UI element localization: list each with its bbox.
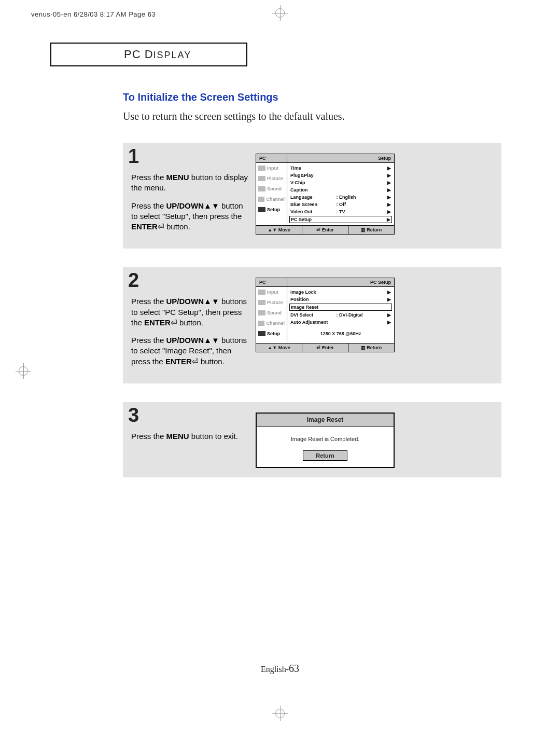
step-2: 2 Press the UP/DOWN▲▼ buttons to select …	[123, 267, 501, 383]
osd-row[interactable]: Plug&Play▶	[289, 172, 392, 179]
sound-icon	[258, 310, 265, 315]
arrow-icon: ▶	[387, 312, 391, 318]
arrow-icon: ▶	[387, 209, 391, 214]
channel-icon	[258, 321, 264, 326]
hint-move: ▲▼ Move	[256, 343, 302, 352]
sidebar-item: Channel	[256, 318, 287, 328]
osd-header-left: PC	[256, 154, 287, 162]
osd-row[interactable]: Image Lock▶	[289, 288, 392, 296]
section-title-main: PC D	[124, 48, 153, 61]
picture-icon	[258, 176, 265, 181]
intro-text: Use to return the screen settings to the…	[123, 111, 501, 122]
arrow-icon: ▶	[387, 195, 391, 200]
enter-icon: ⏎	[171, 318, 177, 327]
setup-icon	[258, 331, 265, 336]
page-number: English-63	[261, 663, 299, 675]
page-content: PC DISPLAY To Initialize the Screen Sett…	[50, 43, 501, 496]
enter-icon: ⏎	[192, 357, 199, 366]
input-icon	[258, 290, 265, 295]
osd-footer: ▲▼ Move ⏎ Enter ▥ Return	[256, 343, 394, 352]
sidebar-item: Sound	[256, 184, 287, 194]
osd-row[interactable]: DVI Select:DVI-Digital▶	[289, 311, 392, 319]
osd-row[interactable]: Time▶	[289, 164, 392, 172]
resolution-info: 1280 X 768 @60Hz	[289, 326, 392, 341]
step-3-text: Press the MENU button to exit.	[131, 408, 250, 449]
updown-icon: ▲▼	[204, 336, 219, 345]
osd-row-selected[interactable]: PC Setup▶	[289, 216, 392, 223]
step-number: 2	[128, 269, 139, 292]
sound-icon	[258, 186, 265, 191]
sidebar-item: Setup	[256, 204, 287, 215]
osd-setup-menu: PC Setup Input Picture Sound Channel Set…	[256, 154, 395, 235]
arrow-icon: ▶	[387, 290, 391, 295]
sidebar-item: Channel	[256, 194, 287, 204]
arrow-icon: ▶	[387, 217, 390, 222]
hint-return: ▥ Return	[348, 226, 394, 234]
arrow-icon: ▶	[387, 297, 391, 302]
sidebar-item: Picture	[256, 173, 287, 184]
step-number: 3	[128, 404, 139, 427]
arrow-icon: ▶	[387, 320, 391, 325]
dialog-message: Image Reset is Completed.	[257, 427, 394, 450]
osd-row[interactable]: Video Out:TV▶	[289, 208, 392, 215]
arrow-icon: ▶	[387, 202, 391, 207]
heading: To Initialize the Screen Settings	[123, 91, 501, 103]
osd-header-right: PC Setup	[287, 278, 394, 286]
enter-icon: ⏎	[158, 222, 164, 231]
sidebar-item: Picture	[256, 297, 287, 308]
arrow-icon: ▶	[387, 187, 391, 193]
osd-main: Image Lock▶ Position▶ Image Reset DVI Se…	[287, 287, 394, 343]
updown-icon: ▲▼	[204, 201, 219, 210]
section-title: PC DISPLAY	[124, 48, 191, 61]
hint-enter: ⏎ Enter	[302, 343, 348, 352]
hint-move: ▲▼ Move	[256, 226, 302, 234]
setup-icon	[258, 207, 265, 212]
arrow-icon: ▶	[387, 173, 391, 178]
step-1-text: Press the MENU button to display the men…	[131, 149, 250, 239]
sidebar-item: Input	[256, 163, 287, 173]
registration-mark-bottom	[272, 706, 288, 721]
sidebar-item: Setup	[256, 328, 287, 339]
input-icon	[258, 166, 265, 171]
registration-mark-left	[16, 363, 31, 379]
step-2-text: Press the UP/DOWN▲▼ buttons to select "P…	[131, 273, 250, 374]
osd-row[interactable]: V-Chip▶	[289, 179, 392, 186]
scan-header: venus-05-en 6/28/03 8:17 AM Page 63	[31, 10, 156, 18]
sidebar-item: Sound	[256, 308, 287, 318]
osd-row[interactable]: Position▶	[289, 296, 392, 303]
osd-sidebar: Input Picture Sound Channel Setup	[256, 287, 287, 343]
osd-row[interactable]: Blue Screen:Off▶	[289, 201, 392, 208]
image-reset-dialog: Image Reset Image Reset is Completed. Re…	[256, 413, 395, 468]
dialog-title: Image Reset	[257, 414, 394, 427]
step-number: 1	[128, 145, 139, 168]
step-1: 1 Press the MENU button to display the m…	[123, 143, 501, 249]
osd-pc-setup-menu: PC PC Setup Input Picture Sound Channel …	[256, 278, 395, 352]
osd-main: Time▶ Plug&Play▶ V-Chip▶ Caption▶ Langua…	[287, 163, 394, 225]
osd-row[interactable]: Language:English▶	[289, 194, 392, 201]
updown-icon: ▲▼	[204, 297, 219, 306]
registration-mark-top	[272, 5, 288, 21]
arrow-icon: ▶	[387, 166, 391, 171]
hint-enter: ⏎ Enter	[302, 226, 348, 234]
osd-row-selected[interactable]: Image Reset	[289, 304, 392, 311]
osd-footer: ▲▼ Move ⏎ Enter ▥ Return	[256, 225, 394, 234]
picture-icon	[258, 300, 265, 305]
arrow-icon: ▶	[387, 180, 391, 185]
section-title-small: ISPLAY	[153, 50, 192, 60]
osd-header-left: PC	[256, 278, 287, 286]
step-3: 3 Press the MENU button to exit. Image R…	[123, 402, 501, 477]
osd-row[interactable]: Auto Adjustment▶	[289, 319, 392, 326]
section-tab: PC DISPLAY	[50, 43, 247, 66]
return-button[interactable]: Return	[303, 450, 347, 461]
osd-header-right: Setup	[287, 154, 394, 162]
channel-icon	[258, 197, 264, 202]
osd-row[interactable]: Caption▶	[289, 186, 392, 194]
osd-sidebar: Input Picture Sound Channel Setup	[256, 163, 287, 225]
sidebar-item: Input	[256, 287, 287, 297]
hint-return: ▥ Return	[348, 343, 394, 352]
